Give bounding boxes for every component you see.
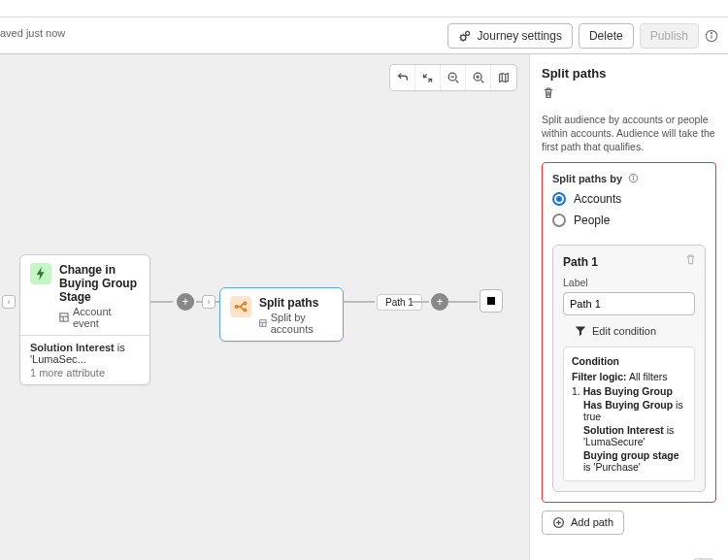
condition-summary: Condition Filter logic: All filters 1. H…: [563, 346, 695, 481]
svg-line-9: [480, 81, 483, 83]
add-node-button[interactable]: +: [431, 293, 448, 311]
info-icon[interactable]: [628, 173, 639, 183]
chevron-right-icon[interactable]: ›: [2, 295, 16, 309]
svg-rect-12: [60, 313, 68, 321]
journey-settings-button[interactable]: Journey settings: [447, 23, 573, 49]
radio-accounts[interactable]: Accounts: [552, 192, 706, 206]
radio-people[interactable]: People: [552, 214, 706, 227]
saved-status: aved just now: [0, 27, 65, 39]
path-heading: Path 1: [563, 255, 695, 269]
map-view-button[interactable]: [491, 65, 516, 90]
header: aved just now Journey settings Delete Pu…: [0, 17, 728, 54]
stop-icon: [487, 297, 495, 305]
node-title: Split paths: [259, 296, 333, 310]
node-split-paths[interactable]: Split paths Split by accounts: [219, 287, 344, 342]
panel-description: Split audience by accounts or people wit…: [542, 113, 716, 154]
more-attributes: 1 more attribute: [30, 367, 140, 379]
info-icon[interactable]: [705, 29, 718, 43]
zoom-out-button[interactable]: [441, 65, 466, 90]
svg-line-6: [455, 81, 458, 83]
svg-point-15: [235, 306, 238, 309]
node-subtitle: Account event: [59, 306, 140, 329]
side-panel: Split paths Split audience by accounts o…: [529, 54, 728, 560]
chevron-right-icon[interactable]: ›: [202, 295, 215, 309]
filter-icon: [575, 325, 586, 337]
panel-title: Split paths: [542, 66, 716, 81]
lightning-icon: [30, 263, 51, 284]
svg-point-4: [711, 33, 711, 34]
svg-rect-18: [260, 320, 266, 326]
gear-icon: [458, 29, 472, 43]
trash-icon[interactable]: [542, 86, 555, 100]
node-change-buying-group-stage[interactable]: Change in Buying Group Stage Account eve…: [19, 254, 150, 385]
split-icon: [230, 296, 251, 317]
add-path-button[interactable]: Add path: [542, 511, 624, 535]
fit-view-button[interactable]: [415, 65, 441, 90]
add-node-button[interactable]: +: [177, 293, 194, 311]
zoom-in-button[interactable]: [466, 65, 491, 90]
delete-button[interactable]: Delete: [579, 23, 634, 49]
canvas-toolbar: [389, 64, 517, 91]
svg-point-23: [633, 176, 634, 177]
node-subtitle: Split by accounts: [259, 312, 333, 335]
publish-button: Publish: [640, 23, 699, 49]
label-field-label: Label: [563, 277, 695, 288]
undo-button[interactable]: [390, 65, 415, 90]
split-config-section: Split paths by Accounts People Path 1 La…: [542, 162, 716, 503]
edit-condition-button[interactable]: Edit condition: [563, 325, 695, 337]
path-label-input[interactable]: [563, 292, 695, 315]
delete-path-icon[interactable]: [684, 253, 697, 269]
svg-point-1: [465, 31, 469, 35]
path-card-1: Path 1 Label Edit condition Condition Fi…: [552, 245, 706, 492]
svg-point-17: [244, 309, 247, 312]
svg-point-0: [460, 35, 465, 40]
split-by-label: Split paths by: [552, 173, 706, 184]
journey-canvas[interactable]: › Change in Buying Group Stage Account e…: [0, 54, 529, 560]
plus-circle-icon: [552, 516, 565, 529]
end-node[interactable]: [480, 289, 503, 313]
svg-point-16: [244, 302, 247, 305]
node-title: Change in Buying Group Stage: [59, 263, 140, 304]
